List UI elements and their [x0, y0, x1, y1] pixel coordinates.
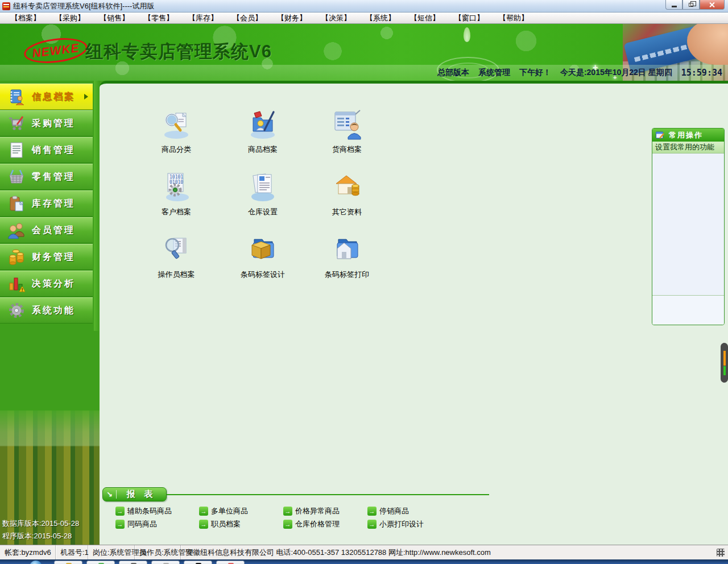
reports-header-button[interactable]: ↘ 报 表: [102, 487, 167, 501]
menu-members[interactable]: 【会员】: [225, 13, 270, 23]
arrow-down-right-icon: ↘: [103, 490, 117, 499]
menu-sales[interactable]: 【销售】: [92, 13, 136, 23]
taskbar: [0, 559, 728, 564]
sidebar: 信息档案 采购管理 销售管理 零售管理 库存管理: [0, 81, 100, 545]
basket-icon: [7, 167, 26, 186]
taskbar-button[interactable]: [86, 561, 115, 564]
sidebar-item-label: 销售管理: [32, 144, 75, 156]
greeting-label: 下午好！: [519, 68, 551, 78]
tile-label: 客户档案: [139, 207, 213, 217]
tile-label: 商品分类: [139, 144, 213, 155]
menu-archive[interactable]: 【档案】: [3, 13, 48, 23]
taskbar-button[interactable]: [184, 561, 212, 564]
document-icon: [7, 140, 26, 160]
start-orb[interactable]: [30, 561, 42, 564]
droplet-decoration: [464, 27, 470, 42]
sidebar-item-members[interactable]: 会员管理: [0, 217, 93, 243]
quick-panel-footer: [652, 295, 724, 325]
company-info-label: 安徽纽科信息科技有限公司 电话:400-0551-357 13205512788…: [181, 545, 717, 560]
report-link-discontinued[interactable]: → 停销商品: [367, 506, 409, 516]
sidebar-item-sales[interactable]: 销售管理: [0, 137, 93, 163]
sidebar-item-label: 决策分析: [32, 278, 75, 290]
window-person-icon: [330, 109, 363, 140]
report-link-warehouse-price[interactable]: → 仓库价格管理: [283, 519, 340, 529]
operator-label: 操作员:系统管理: [135, 545, 181, 560]
chevron-right-icon: [84, 94, 88, 99]
db-version-label: 数据库版本:2015-05-28: [2, 519, 79, 529]
menu-window[interactable]: 【窗口】: [447, 13, 491, 23]
sidebar-item-inventory[interactable]: 库存管理: [0, 190, 93, 217]
cart-pencil-icon: [7, 114, 26, 133]
menu-purchase[interactable]: 【采购】: [48, 13, 92, 23]
arrow-right-icon: →: [367, 520, 377, 529]
report-link-same-code[interactable]: → 同码商品: [115, 519, 157, 529]
sidebar-item-label: 系统功能: [32, 305, 75, 317]
menu-sms[interactable]: 【短信】: [403, 13, 447, 23]
reports-divider: [167, 494, 489, 495]
coins-icon: [7, 247, 26, 267]
taskbar-button[interactable]: [54, 561, 82, 564]
tile-other-data[interactable]: 其它资料: [310, 171, 384, 217]
set-favorites-action[interactable]: 设置我常用的功能: [652, 142, 724, 154]
arrow-right-icon: →: [199, 507, 208, 516]
role-label: 系统管理: [478, 68, 510, 78]
sidebar-item-analysis[interactable]: 决策分析: [0, 271, 93, 297]
tile-customer-archive[interactable]: 1010101010 客户档案: [139, 171, 213, 217]
menu-retail[interactable]: 【零售】: [136, 13, 181, 23]
minimize-button[interactable]: [665, 0, 682, 10]
menu-finance[interactable]: 【财务】: [270, 13, 314, 23]
newke-logo: NEWKE: [23, 35, 89, 66]
tile-supplier-archive[interactable]: 货商档案: [310, 109, 384, 155]
tile-label: 操作员档案: [139, 269, 213, 280]
sidebar-item-finance[interactable]: 财务管理: [0, 244, 93, 270]
taskbar-button[interactable]: [216, 561, 245, 564]
tile-barcode-label-print[interactable]: 条码标签打印: [310, 234, 384, 280]
menu-system[interactable]: 【系统】: [358, 13, 403, 23]
arrow-right-icon: →: [199, 520, 208, 529]
taskbar-button[interactable]: [151, 561, 180, 564]
titlebar: 纽科专卖店管理系统V6[纽科软件]----试用版: [0, 0, 728, 13]
tile-goods-archive[interactable]: 商品档案: [226, 109, 300, 155]
menu-help[interactable]: 【帮助】: [491, 13, 536, 23]
tile-label: 条码标签打印: [310, 269, 384, 280]
newke-logo-text: NEWKE: [31, 41, 80, 60]
close-button[interactable]: [700, 0, 725, 10]
main-area: 商品分类 商品档案 货商档案 1010101010 客户档案 仓库设置: [100, 81, 728, 545]
tile-operator-archive[interactable]: 操作员档案: [139, 234, 213, 280]
restore-button[interactable]: [682, 0, 700, 10]
menu-inventory[interactable]: 【库存】: [181, 13, 225, 23]
arrow-right-icon: →: [283, 520, 292, 529]
menu-decision[interactable]: 【决策】: [314, 13, 358, 23]
window-pencil-icon: [656, 131, 664, 139]
tile-label: 货商档案: [310, 144, 384, 155]
tile-label: 其它资料: [310, 207, 384, 217]
reports-title: 报 表: [117, 489, 166, 500]
quick-panel-header: 常用操作: [652, 128, 724, 142]
tile-warehouse-setup[interactable]: 仓库设置: [226, 171, 300, 217]
window-controls: [665, 0, 725, 10]
report-link-abnormal-price[interactable]: → 价格异常商品: [283, 506, 340, 516]
report-link-aux-barcode[interactable]: → 辅助条码商品: [115, 506, 172, 516]
svg-text:01010: 01010: [169, 180, 183, 185]
machine-label: 机器号:1: [56, 545, 88, 560]
tile-goods-category[interactable]: 商品分类: [139, 109, 213, 155]
sidebar-item-purchase[interactable]: 采购管理: [0, 110, 93, 136]
tile-barcode-label-design[interactable]: 条码标签设计: [226, 234, 300, 280]
folder-person-pen-icon: [246, 109, 279, 140]
scrollbar-thumb[interactable]: [721, 343, 728, 383]
taskbar-button[interactable]: [119, 561, 147, 564]
tile-label: 条码标签设计: [226, 269, 300, 280]
orange-indicator-bar: [723, 351, 726, 366]
magnifier-document-icon: [160, 109, 193, 140]
report-link-receipt-design[interactable]: → 小票打印设计: [367, 519, 424, 529]
report-link-staff-archive[interactable]: → 职员档案: [199, 519, 241, 529]
statusbar: 帐套:byzmdv6 机器号:1 岗位:系统管理员 操作员:系统管理 安徽纽科信…: [0, 545, 728, 559]
sidebar-item-info-archive[interactable]: 信息档案: [0, 84, 93, 110]
sidebar-item-retail[interactable]: 零售管理: [0, 164, 93, 190]
folder-cube-icon: [246, 234, 279, 266]
grip-icon: [717, 549, 725, 557]
report-link-multi-unit[interactable]: → 多单位商品: [199, 506, 248, 516]
application-window: 纽科专卖店管理系统V6[纽科软件]----试用版 【档案】 【采购】 【销售】 …: [0, 0, 728, 564]
sidebar-item-system[interactable]: 系统功能: [0, 297, 93, 324]
edition-label: 总部版本: [437, 68, 469, 78]
